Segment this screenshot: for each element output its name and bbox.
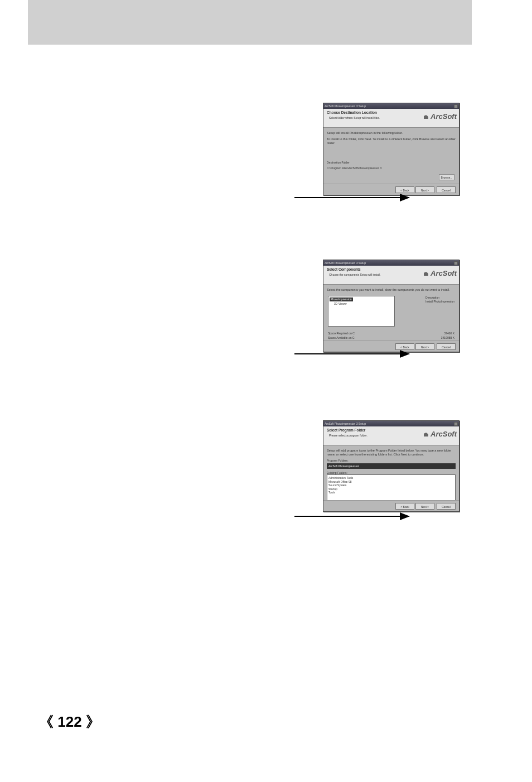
close-icon[interactable] (454, 261, 458, 265)
install-dialog-components: ArcSoft PhotoImpression 3 Setup Select C… (323, 260, 460, 352)
arrow-pointer-icon (294, 516, 409, 517)
next-button[interactable]: Next > (415, 186, 434, 193)
dialog-header-title: Choose Destination Location (327, 111, 377, 114)
space-available-label: Space Available on C: (328, 336, 355, 340)
dialog-titlebar: ArcSoft PhotoImpression 3 Setup (323, 421, 459, 426)
next-page-icon[interactable]: 》 (86, 713, 100, 730)
list-item[interactable]: Tools (328, 491, 454, 495)
dialog-header: Select Components Choose the components … (323, 266, 459, 285)
back-button[interactable]: < Back (395, 503, 414, 510)
back-button[interactable]: < Back (395, 186, 414, 193)
body-text: Setup will add program icons to the Prog… (327, 449, 456, 457)
dialog-button-row: < Back Next > Cancel (323, 184, 459, 195)
body-text: Select the components you want to instal… (327, 288, 456, 292)
dialog-header-title: Select Program Folder (327, 428, 365, 432)
dialog-window: ArcSoft PhotoImpression 3 Setup Select C… (323, 260, 460, 352)
dialog-header: Choose Destination Location Select folde… (323, 109, 459, 128)
arcsoft-logo: ArcSoft (423, 112, 457, 121)
titlebar-text: ArcSoft PhotoImpression 3 Setup (325, 261, 366, 265)
install-dialog-destination: ArcSoft PhotoImpression 3 Setup Choose D… (323, 103, 460, 195)
page-number: 122 (57, 713, 81, 730)
cancel-button[interactable]: Cancel (437, 186, 456, 193)
destination-folder-path: C:\Program Files\ArcSoft\PhotoImpression… (327, 166, 456, 170)
titlebar-text: ArcSoft PhotoImpression 3 Setup (325, 104, 366, 108)
body-text: To install to this folder, click Next. T… (327, 137, 456, 145)
dialog-body: Setup will install PhotoImpression in th… (323, 128, 459, 184)
dialog-titlebar: ArcSoft PhotoImpression 3 Setup (323, 103, 459, 109)
arcsoft-logo: ArcSoft (423, 269, 457, 277)
dialog-window: ArcSoft PhotoImpression 3 Setup Choose D… (323, 103, 460, 195)
program-folder-input[interactable]: ArcSoft PhotoImpression (327, 463, 456, 469)
description-box: Description Install PhotoImpression (425, 296, 454, 303)
arcsoft-logo: ArcSoft (423, 430, 457, 438)
dialog-header-subtitle: Please select a program folder. (329, 434, 367, 437)
prev-page-icon[interactable]: 《 (39, 713, 54, 730)
dialog-header-title: Select Components (327, 267, 361, 271)
browse-button[interactable]: Browse... (439, 174, 454, 180)
dialog-window: ArcSoft PhotoImpression 3 Setup Select P… (323, 420, 460, 512)
close-icon[interactable] (454, 422, 458, 426)
body-text: Setup will install PhotoImpression in th… (327, 131, 456, 135)
arrow-pointer-icon (294, 197, 409, 198)
dialog-body: Setup will add program icons to the Prog… (323, 445, 459, 500)
next-button[interactable]: Next > (415, 503, 434, 510)
page-navigation: 《 122 》 (39, 712, 100, 732)
dialog-body: Select the components you want to instal… (323, 285, 459, 340)
next-button[interactable]: Next > (415, 343, 434, 350)
arrow-pointer-icon (294, 353, 409, 354)
space-required-value: 37460 K (444, 332, 454, 335)
close-icon[interactable] (454, 104, 458, 108)
back-button[interactable]: < Back (395, 343, 414, 350)
components-listbox[interactable]: PhotoImpression 3D Viewer (328, 296, 395, 327)
dialog-button-row: < Back Next > Cancel (323, 500, 459, 511)
component-item[interactable]: 3D Viewer (334, 302, 393, 306)
component-item-selected[interactable]: PhotoImpression (330, 298, 353, 301)
dialog-header-subtitle: Choose the components Setup will install… (329, 273, 381, 276)
dialog-header-subtitle: Select folder where Setup will install f… (329, 116, 380, 119)
install-dialog-program-folder: ArcSoft PhotoImpression 3 Setup Select P… (323, 420, 460, 512)
space-required-label: Space Required on C: (328, 332, 355, 335)
titlebar-text: ArcSoft PhotoImpression 3 Setup (325, 422, 366, 425)
cancel-button[interactable]: Cancel (437, 503, 456, 510)
dialog-button-row: < Back Next > Cancel (323, 340, 459, 352)
cancel-button[interactable]: Cancel (437, 343, 456, 350)
program-folder-label: Program Folders: (327, 459, 456, 463)
destination-folder-label: Destination Folder (327, 161, 456, 165)
description-text: Install PhotoImpression (425, 300, 454, 304)
existing-folders-listbox[interactable]: Administrative Tools Microsoft Office 98… (327, 474, 456, 502)
page-header-band (28, 0, 472, 45)
dialog-titlebar: ArcSoft PhotoImpression 3 Setup (323, 260, 459, 266)
dialog-header: Select Program Folder Please select a pr… (323, 426, 459, 445)
space-available-value: 3419088 K (441, 336, 454, 340)
